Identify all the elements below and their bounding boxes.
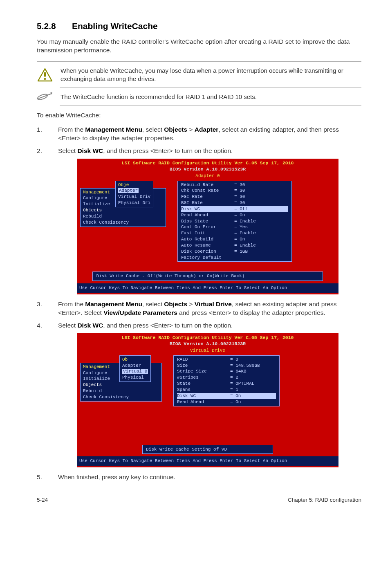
obj-item-adapter: Adapter <box>122 363 141 368</box>
param-row: Bios State= Enable <box>181 218 288 224</box>
section-heading: 5.2.8Enabling WriteCache <box>37 20 361 32</box>
bios-message: Disk Write Cache - Off(Write Through) or… <box>92 272 323 281</box>
lead-text: To enable WriteCache: <box>37 111 361 120</box>
note-text: The WriteCache function is recommended f… <box>61 90 361 103</box>
divider <box>60 88 361 88</box>
param-row: Chk Const Rate= 30 <box>181 188 288 194</box>
param-row: Cont On Error= Yes <box>181 224 288 230</box>
obj-item-pd: Physical <box>122 375 144 380</box>
obj-item-adapter: Adapter <box>118 188 139 193</box>
obj-item-vd: Virtual Driv <box>118 194 150 199</box>
chapter-label: Chapter 5: RAID configuration <box>288 496 361 504</box>
param-row: RAID= 0 <box>177 357 276 363</box>
warning-callout: When you enable WriteCache, you may lose… <box>37 64 361 86</box>
section-title: Enabling WriteCache <box>72 21 158 31</box>
left-menus: Obje Adapter Virtual Driv Physical Dri M… <box>80 181 166 220</box>
param-row: Disk WC= On <box>177 393 276 399</box>
step-2: Select Disk WC, and then press <Enter> t… <box>37 147 361 294</box>
bios-section: Adapter 0 <box>77 173 338 179</box>
bios-section: Virtual Drive <box>77 348 338 354</box>
left-menus: Ob Adapter Virtual D Physical Management… <box>80 355 162 394</box>
objects-menu: Ob Adapter Virtual D Physical <box>119 355 151 382</box>
objects-menu: Obje Adapter Virtual Driv Physical Dri <box>115 181 153 207</box>
param-row: State= OPTIMAL <box>177 381 276 387</box>
page-number: 5-24 <box>37 496 48 504</box>
note-callout: The WriteCache function is recommended f… <box>37 90 361 103</box>
param-row: Spans= 1 <box>177 387 276 393</box>
param-row: FGI Rate= 30 <box>181 194 288 200</box>
bios-title: LSI Software RAID Configuration Utility … <box>77 333 338 341</box>
step-5: When finished, press any key to continue… <box>37 473 361 482</box>
bios-screenshot-adapter: LSI Software RAID Configuration Utility … <box>77 159 338 295</box>
bios-version: BIOS Version A.10.09231523R <box>77 341 338 347</box>
page-footer: 5-24 Chapter 5: RAID configuration <box>37 496 361 504</box>
intro-text: You may manually enable the RAID control… <box>37 38 361 55</box>
svg-point-2 <box>44 78 46 80</box>
section-number: 5.2.8 <box>37 20 72 32</box>
vd-params: RAID= 0Size= 148.580GBStripe Size= 64KB#… <box>173 355 280 406</box>
param-row: #Stripes= 2 <box>177 375 276 381</box>
note-icon <box>37 91 53 103</box>
adapter-params: Rebuild Rate= 30Chk Const Rate= 30FGI Ra… <box>177 181 292 262</box>
warning-icon <box>37 68 53 82</box>
svg-rect-1 <box>44 72 46 77</box>
bios-message: Disk Write Cache Setting of VD <box>142 445 273 454</box>
divider <box>37 61 361 62</box>
param-row: Auto Resume= Enable <box>181 242 288 249</box>
bios-version: BIOS Version A.10.09231523R <box>77 166 338 173</box>
bios-title: LSI Software RAID Configuration Utility … <box>77 159 338 166</box>
bios-footer: Use Cursor Keys To Navigate Between Item… <box>77 283 338 293</box>
obj-item-vd: Virtual D <box>122 369 148 374</box>
param-row: Fast Init= Enable <box>181 230 288 236</box>
param-row: Size= 148.580GB <box>177 363 276 369</box>
param-row: Rebuild Rate= 30 <box>181 182 288 188</box>
obj-item-pd: Physical Dri <box>118 200 150 205</box>
param-row: Read Ahead= On <box>181 212 288 218</box>
param-row: Read Ahead= On <box>177 399 276 405</box>
warning-text: When you enable WriteCache, you may lose… <box>61 64 361 86</box>
param-row: BGI Rate= 30 <box>181 200 288 206</box>
bios-screenshot-vd: LSI Software RAID Configuration Utility … <box>77 333 338 467</box>
param-row: Auto Rebuild= On <box>181 236 288 242</box>
param-row: Stripe Size= 64KB <box>177 368 276 375</box>
divider <box>60 105 361 105</box>
step-3: From the Management Menu, select Objects… <box>37 300 361 317</box>
param-row: Disk WC= Off <box>181 206 288 212</box>
param-row: Disk Coercion= 1GB <box>181 249 288 255</box>
bios-footer: Use Cursor Keys To Navigate Between Item… <box>77 456 338 466</box>
step-1: From the Management Menu, select Objects… <box>37 126 361 143</box>
param-row: Factory Default <box>181 255 288 261</box>
step-4: Select Disk WC, and then press <Enter> t… <box>37 321 361 467</box>
